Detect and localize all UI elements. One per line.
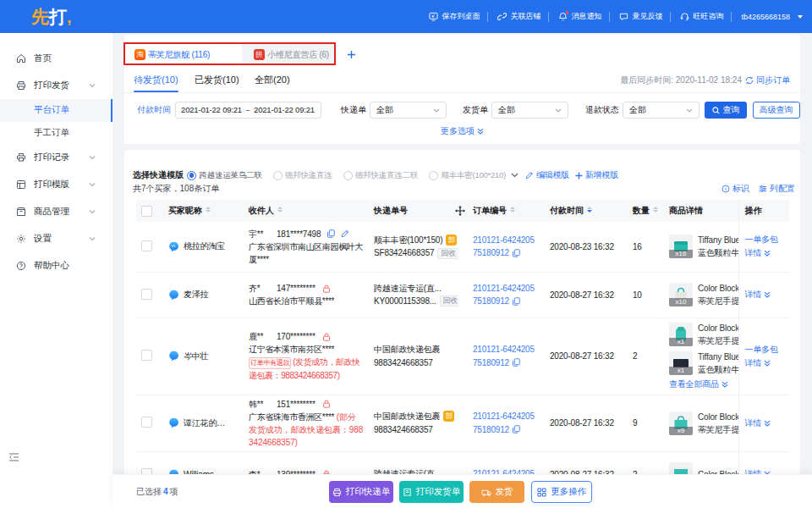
refund-label: 退款状态 [585,102,619,119]
date-range-input[interactable] [175,102,321,119]
product-thumbnail[interactable]: x16 [669,235,693,258]
order-no-link[interactable]: 210121-6424205 [473,234,535,247]
sort-qty[interactable] [653,207,658,213]
detail-link[interactable]: 详情 [745,289,790,301]
store-tab-weini[interactable]: 拼 小维尼直营店 (6) [242,44,337,65]
copy-icon[interactable] [513,249,520,257]
radio-template-debang2[interactable]: 德邦快递直连二联 [343,170,419,181]
buyer-nickname[interactable]: 谭江花的… [184,417,225,429]
advanced-search-button[interactable]: 高级查询 [753,102,800,119]
ship-button[interactable]: 发货 [469,481,524,503]
chevron-down-icon [89,237,96,241]
account-menu[interactable]: tb4265668158 [741,13,803,21]
order-no-link[interactable]: 210121-6424205 [473,343,535,356]
copy-icon[interactable] [513,358,520,367]
detail-link[interactable]: 详情 [745,417,790,429]
sidebar-item-manual-orders[interactable]: 手工订单 [0,122,112,145]
product-thumbnail[interactable]: x9 [669,411,693,435]
print-invoice-button[interactable]: 打印发货单 [399,481,464,503]
print-invoice-icon [403,488,412,497]
double-chevron-down-icon [721,381,728,388]
taobao-icon: 淘 [134,49,145,60]
row-checkbox[interactable] [141,289,152,300]
add-shop-button[interactable] [341,44,362,65]
collapse-sidebar-icon[interactable] [8,452,19,462]
orders-table: 买家昵称 收件人 快递单号 订单编号 付款时间 数量 商品详情 操作 桃拉的淘宝… [136,200,789,498]
edit-icon[interactable] [341,229,349,238]
printer-icon [332,488,342,497]
sidebar-item-print-ship[interactable]: 打印发货 [0,72,112,99]
mark-link[interactable]: 标识 [721,183,749,195]
recycle-badge[interactable]: 回收 [437,248,458,259]
edit-template-link[interactable]: 编辑模版 [525,169,569,181]
product-thumbnail[interactable]: x1 [669,351,693,375]
copy-icon[interactable] [513,297,520,306]
copy-icon[interactable] [513,425,520,433]
column-config-link[interactable]: 列配置 [759,183,795,195]
recycle-badge[interactable]: 回收 [440,295,458,306]
multi-package-link[interactable]: 一单多包 [745,344,790,356]
detail-link[interactable]: 详情 [745,247,790,259]
info-icon [721,185,730,193]
lock-icon [322,284,331,293]
select-all-checkbox[interactable] [141,206,152,217]
order-no-link[interactable]: 75180912 [473,423,509,437]
tab-shipped[interactable]: 已发货(10) [195,69,239,92]
sort-recipient[interactable] [277,207,283,213]
multi-package-link[interactable]: 一单多包 [745,234,790,246]
notifications[interactable]: 消息通知 [558,11,601,22]
double-chevron-down-icon [764,420,771,427]
print-express-button[interactable]: 打印快递单 [329,481,393,503]
drag-column-icon[interactable] [455,206,465,216]
search-button[interactable]: 查询 [705,102,747,119]
row-checkbox[interactable] [141,417,152,428]
sidebar-item-print-history[interactable]: 打印记录 [0,144,112,171]
order-no-link[interactable]: 75180912 [473,246,509,260]
express-select[interactable]: 全部 [370,102,447,119]
double-chevron-down-icon [764,360,771,367]
product-thumbnail[interactable]: x1 [669,323,693,346]
sidebar-item-goods[interactable]: 商品管理 [0,198,112,225]
radio-template-kuayue[interactable]: 跨越速运菜鸟二联 [187,170,262,181]
invoice-select[interactable]: 全部 [491,102,568,119]
sort-pay-time[interactable] [587,207,592,213]
view-all-products-link[interactable]: 查看全部商品 [669,378,728,390]
add-template-link[interactable]: 新增模版 [575,169,618,181]
wangwang-icon [168,241,179,252]
order-no-link[interactable]: 210121-6424205 [473,410,535,423]
radio-template-debang[interactable]: 德邦快递直连 [273,170,332,181]
row-checkbox[interactable] [141,350,152,361]
buyer-nickname[interactable]: 岑中壮 [184,351,208,362]
sidebar-item-settings[interactable]: 设置 [0,225,112,252]
tab-pending[interactable]: 待发货(10) [134,69,178,92]
sidebar-item-print-template[interactable]: 打印模版 [0,171,112,198]
sidebar-item-help[interactable]: 帮助中心 [0,252,112,279]
chevron-down-icon [89,156,96,160]
tab-all[interactable]: 全部(20) [255,69,290,92]
link-shops[interactable]: 关联店铺 [497,11,540,22]
chevron-down-icon[interactable] [511,173,518,178]
feedback[interactable]: 意见反馈 [619,11,662,22]
order-no-link[interactable]: 75180912 [473,295,509,308]
filter-row: 付款时间 快递单 全部 发货单 全部 退款状态 全部 查询 高级查询 [124,102,800,119]
save-to-desktop[interactable]: 保存到桌面 [429,11,480,22]
order-no-link[interactable]: 210121-6424205 [473,282,535,295]
more-options-link[interactable]: 更多选项 [441,125,484,137]
row-checkbox[interactable] [141,240,152,251]
product-thumbnail[interactable]: x10 [669,283,693,306]
sort-order-no[interactable] [510,207,515,213]
sync-orders-link[interactable]: 同步订单 [745,75,790,86]
store-tab-tiffany[interactable]: 淘 蒂芙尼旗舰 (116) [124,44,242,65]
sort-buyer[interactable] [206,207,211,213]
copy-icon[interactable] [327,229,335,238]
refund-select[interactable]: 全部 [623,102,700,119]
sidebar-item-home[interactable]: 首页 [0,45,112,72]
buyer-nickname[interactable]: 桃拉的淘宝 [184,240,225,252]
wangwang-consult[interactable]: 旺旺咨询 [680,11,723,22]
buyer-nickname[interactable]: 麦泽拉 [184,289,208,301]
order-no-link[interactable]: 75180912 [473,356,509,370]
sidebar-item-platform-orders[interactable]: 平台订单 [0,99,112,122]
more-actions-button[interactable]: 更多操作 [531,481,592,503]
radio-template-shunfeng[interactable]: 顺丰丰密(100*210) [429,170,506,181]
detail-link[interactable]: 详情 [745,357,790,369]
